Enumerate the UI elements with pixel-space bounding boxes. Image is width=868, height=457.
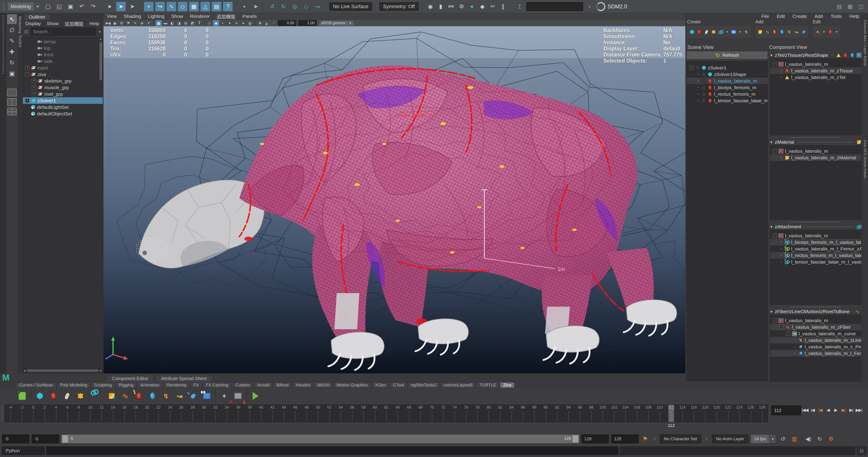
single-pane-layout-button[interactable] (7, 89, 17, 96)
component-item-l_vastus_lateralis_m_zFiber[interactable]: −l_vastus_lateralis_m_zFiber (770, 324, 861, 330)
solver-icon[interactable] (708, 72, 712, 77)
cycle-check-icon[interactable]: ↝ (313, 2, 322, 11)
shelf-tab-curves-surfaces[interactable]: Curves / Surfaces (16, 382, 56, 388)
viewport-canvas[interactable]: 1m l_vastus_lateralis_m Verts:15880400Ed… (103, 26, 685, 373)
set-icon[interactable] (31, 105, 35, 110)
zlineofaction-shelf-icon[interactable] (158, 388, 174, 404)
visibility-checkbox[interactable] (702, 92, 706, 96)
section-splitter[interactable] (770, 221, 862, 223)
select-tool[interactable]: ↖ (7, 15, 17, 24)
scroll-right-icon[interactable]: ▶ (100, 369, 102, 372)
shelf-tab-columnlayout5[interactable]: columnLayout5 (440, 382, 476, 388)
add-curve-icon[interactable] (794, 29, 799, 34)
cached-playback-icon[interactable]: ▥ (790, 434, 799, 444)
component-item-l_vastus_lateralis_m_c_Pelvis_zRivet1[interactable]: •l_vastus_lateralis_m_c_Pelvis_zRivet1 (770, 343, 861, 350)
command-line-input[interactable] (46, 446, 618, 455)
component-item-l_vastus_lateralis_m_curve[interactable]: −l_vastus_lateralis_m_curve (770, 330, 861, 337)
zrestshape-shelf-icon[interactable] (145, 388, 160, 404)
snap-curve-icon[interactable]: ↪ (155, 2, 165, 11)
render-settings-icon[interactable]: ⚙ (457, 2, 466, 11)
shelf-tab-ziva[interactable]: Ziva (500, 382, 515, 388)
viewport-menu-view[interactable]: View (107, 13, 117, 19)
anim-layer-dropdown-icon[interactable]: ▽ (704, 436, 710, 441)
search-dropdown-icon[interactable]: ▼ (97, 30, 103, 34)
expand-toggle[interactable]: − (689, 66, 694, 70)
scene-item-zSolver1[interactable]: −zSolver1 (687, 64, 768, 71)
add-zfiber-icon[interactable] (765, 29, 770, 34)
viewport-menu-panels[interactable]: Panels (242, 13, 257, 19)
clear-cache-shelf-icon[interactable] (230, 388, 246, 404)
viewport-menu-show[interactable]: Show (171, 13, 183, 19)
undo-icon[interactable]: ↶ (77, 2, 87, 11)
set-icon[interactable] (31, 111, 35, 116)
shelf-tab-arnold[interactable]: Arnold (254, 382, 273, 388)
playback-end-field[interactable]: 128 (581, 434, 609, 444)
move-tool[interactable]: ✚ (7, 47, 17, 57)
add-zrestshape-icon[interactable] (779, 29, 784, 34)
tet-icon[interactable] (784, 75, 789, 80)
command-line-mode[interactable]: Python (1, 446, 45, 455)
visibility-checkbox[interactable] (695, 66, 700, 70)
visibility-checkbox[interactable] (702, 98, 706, 103)
channel-box-tab[interactable]: Channel Box / Layer Editor (863, 20, 867, 66)
resolution-gate-icon[interactable]: ◧ (169, 20, 176, 26)
shelf-tab-rigging[interactable]: Rigging (116, 382, 136, 388)
collapse-triangle-icon[interactable]: ▼ (770, 140, 773, 144)
scroll-up-icon[interactable]: ▲ (98, 37, 103, 41)
select-component-icon[interactable]: ➤ (127, 2, 137, 11)
ztissue-shelf-icon[interactable] (46, 388, 61, 404)
snap-point-icon[interactable]: ∿ (166, 2, 176, 11)
shelf-tab-poly-modeling[interactable]: Poly Modeling (57, 382, 90, 388)
collapse-triangle-icon[interactable]: ▼ (770, 225, 773, 229)
bookmark-view-icon[interactable]: ⚑ (125, 20, 131, 26)
shelf-tab-fx[interactable]: FX (190, 382, 202, 388)
outliner-tab[interactable]: Outliner (24, 13, 50, 20)
section-header[interactable]: ▼zTet/zTissue/zRestShape (770, 52, 862, 58)
create-zcache-icon[interactable] (731, 29, 736, 34)
create-zattachment-icon[interactable] (718, 29, 723, 34)
curve-icon[interactable] (792, 331, 797, 336)
outliner-menu-display[interactable]: Display (25, 21, 41, 26)
shelf-tab-bifrost[interactable]: Bifrost (273, 382, 292, 388)
expand-toggle[interactable]: − (773, 149, 777, 153)
outliner-menu-help[interactable]: Help (89, 21, 99, 26)
shelf-tab-mash[interactable]: MASH (314, 382, 333, 388)
zfiber-shelf-icon[interactable] (118, 388, 133, 404)
range-slider-bar[interactable]: -5128 (61, 435, 579, 443)
dg-evaluation-icon[interactable]: ◎ (290, 2, 300, 11)
visibility-checkbox[interactable] (702, 79, 706, 83)
redo-icon[interactable]: ↷ (88, 2, 98, 11)
zcache-shelf-icon[interactable] (199, 388, 214, 404)
field-chart-icon[interactable]: ⊞ (183, 20, 189, 26)
ziva-scene-panel-tab[interactable]: Ziva VFX Scene Panel (863, 140, 867, 178)
add-fiber-tissue-icon[interactable] (772, 29, 777, 34)
shelf-tab-ngskintools2[interactable]: ngSkinTools2 (408, 382, 440, 388)
outliner-search-input[interactable] (31, 28, 96, 36)
panel-arrangement-icon[interactable]: ◫ (856, 2, 866, 11)
sync-playback-icon[interactable]: ↻ (815, 434, 824, 444)
muscle-icon[interactable] (784, 68, 789, 73)
anim-layer-field[interactable]: No Anim Layer (712, 434, 749, 444)
snap-help-icon[interactable]: ? (223, 2, 232, 11)
delete-ziva-node-shelf-icon[interactable] (217, 388, 232, 404)
gamma-field[interactable]: 1.00 (298, 20, 317, 26)
panel-tab-attribute-spread-sheet[interactable]: Attribute Spread Sheet (155, 375, 212, 382)
symmetry-field[interactable]: Symmetry: Off (379, 2, 418, 11)
muscle-icon[interactable] (708, 98, 712, 103)
outliner-item-rivet_grp[interactable]: +rivet_grp (23, 91, 103, 97)
component-item-l_vastus_lateralis_m_l_Femur_zAttachment[interactable]: •Sl_vastus_lateralis_m_l_Femur_zAttachme… (770, 246, 861, 252)
step-forward-frame-button[interactable]: ▶| (848, 405, 855, 415)
zfiber-filter-icon[interactable] (855, 309, 860, 314)
link-s-icon[interactable]: S (784, 246, 789, 251)
fiber-icon[interactable] (785, 325, 790, 330)
expand-toggle[interactable]: − (773, 233, 777, 238)
zmaterial-filter-icon[interactable] (857, 140, 862, 145)
ziva-menu-shelf-icon[interactable] (14, 388, 30, 404)
expand-toggle[interactable]: − (786, 332, 790, 336)
shelf-tab-xgen[interactable]: XGen (372, 382, 389, 388)
ziva-menu-tools[interactable]: Tools (831, 13, 842, 19)
expand-toggle[interactable]: + (25, 66, 29, 70)
rotate-tool[interactable]: ↻ (7, 58, 17, 67)
expand-toggle[interactable]: − (773, 318, 777, 323)
viewport-menu-shading[interactable]: Shading (124, 13, 141, 19)
